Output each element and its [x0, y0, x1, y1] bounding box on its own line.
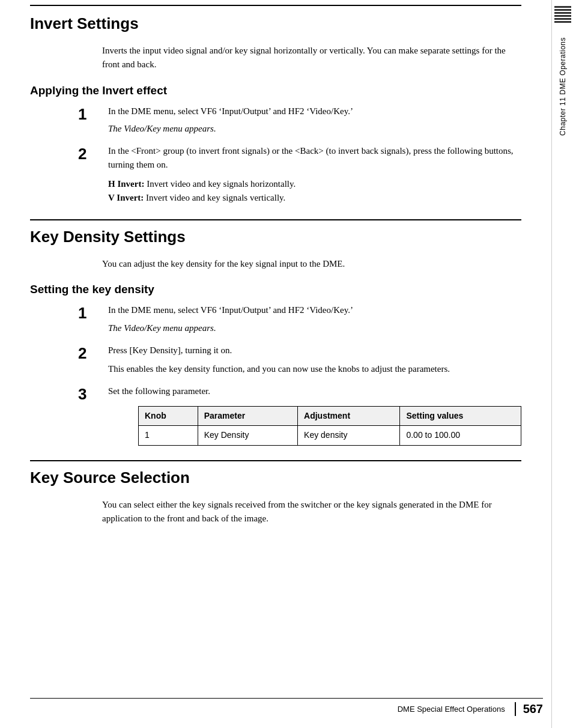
- invert-steps: 1 In the DME menu, select VF6 ‘Input/Out…: [78, 105, 521, 205]
- invert-step-1: 1 In the DME menu, select VF6 ‘Input/Out…: [78, 105, 521, 136]
- chapter-label: Chapter 11 DME Operations: [559, 37, 567, 136]
- key-source-intro: You can select either the key signals re…: [102, 498, 521, 526]
- kd-step-number-3: 3: [78, 384, 108, 403]
- step-1-sub: The Video/Key menu appears.: [108, 122, 521, 136]
- key-density-section: Key Density Settings You can adjust the …: [30, 228, 521, 446]
- kd-step-2-note: This enables the key density function, a…: [108, 362, 521, 376]
- kd-step-number-1: 1: [78, 303, 108, 322]
- step-1-content: In the DME menu, select VF6 ‘Input/Outpu…: [108, 105, 521, 136]
- kd-step-2-content: Press [Key Density], turning it on. This…: [108, 344, 521, 377]
- kd-step-1-content: In the DME menu, select VF6 ‘Input/Outpu…: [108, 303, 521, 335]
- h-invert-text: Invert video and key signals horizontall…: [144, 179, 296, 189]
- invert-step-2: 2 In the <Front> group (to invert front …: [78, 144, 521, 205]
- footer-page: 567: [515, 702, 543, 716]
- invert-settings-intro: Inverts the input video signal and/or ke…: [102, 44, 521, 72]
- section-divider-1: [30, 219, 521, 220]
- key-source-title: Key Source Selection: [30, 469, 521, 487]
- col-setting-values: Setting values: [400, 406, 521, 426]
- page-container: Chapter 11 DME Operations Invert Setting…: [0, 0, 573, 728]
- kd-step-number-2: 2: [78, 344, 108, 362]
- key-density-step-3: 3 Set the following parameter. Knob Para…: [78, 384, 521, 446]
- kd-step-2-text: Press [Key Density], turning it on.: [108, 344, 521, 357]
- kd-step-1-sub: The Video/Key menu appears.: [108, 321, 521, 335]
- step-2-text: In the <Front> group (to invert front si…: [108, 144, 521, 172]
- kd-step-1-text: In the DME menu, select VF6 ‘Input/Outpu…: [108, 303, 521, 317]
- invert-settings-section: Invert Settings Inverts the input video …: [30, 14, 521, 205]
- col-knob: Knob: [139, 406, 198, 426]
- step-1-text: In the DME menu, select VF6 ‘Input/Outpu…: [108, 105, 521, 118]
- step-2-note-h: H Invert: Invert video and key signals h…: [108, 177, 521, 191]
- table-cell: Key Density: [198, 426, 297, 446]
- key-density-step-1: 1 In the DME menu, select VF6 ‘Input/Out…: [78, 303, 521, 335]
- key-density-intro: You can adjust the key density for the k…: [102, 257, 521, 271]
- side-tab: Chapter 11 DME Operations: [551, 0, 573, 728]
- kd-step-3-text: Set the following parameter.: [108, 384, 521, 398]
- setting-key-density-title: Setting the key density: [30, 283, 521, 296]
- table-cell: 1: [139, 426, 198, 446]
- v-invert-text: Invert video and key signals vertically.: [144, 193, 285, 202]
- col-parameter: Parameter: [198, 406, 297, 426]
- col-adjustment: Adjustment: [298, 406, 400, 426]
- table-cell: Key density: [298, 426, 400, 446]
- v-invert-label: V Invert:: [108, 193, 144, 202]
- step-number-1: 1: [78, 105, 108, 123]
- step-2-note-v: V Invert: Invert video and key signals v…: [108, 191, 521, 205]
- key-density-title: Key Density Settings: [30, 228, 521, 246]
- invert-settings-title: Invert Settings: [30, 14, 521, 33]
- page-footer: DME Special Effect Operations 567: [30, 698, 543, 716]
- footer-text: DME Special Effect Operations: [398, 705, 505, 714]
- key-density-steps: 1 In the DME menu, select VF6 ‘Input/Out…: [78, 303, 521, 446]
- param-table: Knob Parameter Adjustment Setting values…: [138, 406, 521, 446]
- step-number-2: 2: [78, 144, 108, 163]
- table-row: 1Key DensityKey density0.00 to 100.00: [139, 426, 521, 446]
- top-rule: [30, 5, 521, 6]
- section-divider-2: [30, 460, 521, 461]
- key-source-section: Key Source Selection You can select eith…: [30, 469, 521, 526]
- h-invert-label: H Invert:: [108, 179, 144, 189]
- table-cell: 0.00 to 100.00: [400, 426, 521, 446]
- applying-invert-title: Applying the Invert effect: [30, 84, 521, 97]
- kd-step-3-content: Set the following parameter. Knob Parame…: [108, 384, 521, 446]
- table-header-row: Knob Parameter Adjustment Setting values: [139, 406, 521, 426]
- key-density-step-2: 2 Press [Key Density], turning it on. Th…: [78, 344, 521, 377]
- step-2-content: In the <Front> group (to invert front si…: [108, 144, 521, 205]
- side-tab-lines: [554, 6, 571, 24]
- main-content: Invert Settings Inverts the input video …: [0, 0, 551, 728]
